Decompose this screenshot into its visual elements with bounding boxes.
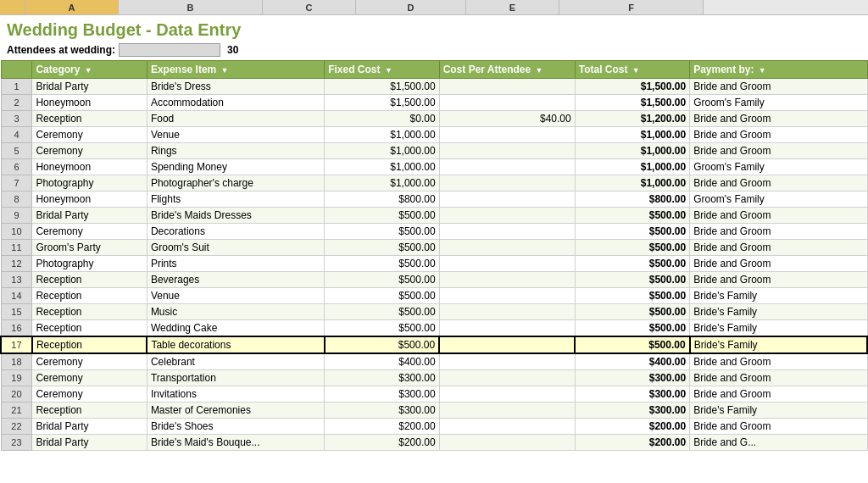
cell-expense[interactable]: Decorations: [147, 224, 324, 240]
cell-expense[interactable]: Invitations: [147, 386, 324, 402]
cell-per-attendee[interactable]: [439, 370, 575, 386]
cell-payment[interactable]: Bride and Groom: [690, 353, 867, 370]
cell-fixed[interactable]: $200.00: [325, 419, 439, 435]
cell-total[interactable]: $1,200.00: [575, 111, 689, 127]
cell-expense[interactable]: Groom's Suit: [147, 240, 324, 256]
cell-payment[interactable]: Bride and Groom: [690, 79, 867, 95]
cell-total[interactable]: $200.00: [575, 419, 689, 435]
table-row[interactable]: 15 Reception Music $500.00 $500.00 Bride…: [1, 304, 867, 320]
cell-expense[interactable]: Celebrant: [147, 353, 324, 370]
cell-fixed[interactable]: $500.00: [325, 256, 439, 272]
table-row[interactable]: 21 Reception Master of Ceremonies $300.0…: [1, 402, 867, 419]
cell-category[interactable]: Bridal Party: [32, 79, 147, 95]
cell-per-attendee[interactable]: [439, 224, 575, 240]
cell-total[interactable]: $1,000.00: [575, 159, 689, 175]
table-row[interactable]: 2 Honeymoon Accommodation $1,500.00 $1,5…: [1, 95, 867, 111]
table-row[interactable]: 18 Ceremony Celebrant $400.00 $400.00 Br…: [1, 353, 867, 370]
filter-icon-total[interactable]: ▼: [632, 66, 640, 75]
cell-category[interactable]: Reception: [32, 402, 147, 419]
cell-category[interactable]: Ceremony: [32, 370, 147, 386]
cell-category[interactable]: Groom's Party: [32, 240, 147, 256]
cell-per-attendee[interactable]: [439, 419, 575, 435]
cell-payment[interactable]: Bride's Family: [690, 402, 867, 419]
table-row[interactable]: 3 Reception Food $0.00 $40.00 $1,200.00 …: [1, 111, 867, 127]
cell-fixed[interactable]: $400.00: [325, 353, 439, 370]
cell-per-attendee[interactable]: [439, 127, 575, 143]
cell-expense[interactable]: Transportation: [147, 370, 324, 386]
cell-per-attendee[interactable]: [439, 402, 575, 419]
cell-payment[interactable]: Bride and Groom: [690, 111, 867, 127]
table-row[interactable]: 12 Photography Prints $500.00 $500.00 Br…: [1, 256, 867, 272]
cell-payment[interactable]: Bride's Family: [690, 320, 867, 337]
cell-total[interactable]: $300.00: [575, 370, 689, 386]
cell-fixed[interactable]: $500.00: [325, 336, 439, 353]
cell-per-attendee[interactable]: [439, 256, 575, 272]
cell-category[interactable]: Reception: [32, 336, 147, 353]
cell-payment[interactable]: Bride and G...: [690, 435, 867, 451]
cell-payment[interactable]: Bride's Family: [690, 304, 867, 320]
cell-per-attendee[interactable]: [439, 336, 575, 353]
cell-expense[interactable]: Table decorations: [147, 336, 324, 353]
cell-fixed[interactable]: $500.00: [325, 240, 439, 256]
cell-total[interactable]: $500.00: [575, 224, 689, 240]
cell-fixed[interactable]: $0.00: [325, 111, 439, 127]
cell-per-attendee[interactable]: [439, 175, 575, 192]
cell-per-attendee[interactable]: [439, 435, 575, 451]
cell-expense[interactable]: Bride's Maid's Bouque...: [147, 435, 324, 451]
cell-payment[interactable]: Bride and Groom: [690, 240, 867, 256]
col-header-category[interactable]: Category ▼: [32, 61, 147, 79]
cell-payment[interactable]: Bride and Groom: [690, 143, 867, 159]
cell-category[interactable]: Bridal Party: [32, 435, 147, 451]
cell-total[interactable]: $1,000.00: [575, 175, 689, 192]
cell-fixed[interactable]: $500.00: [325, 208, 439, 224]
cell-payment[interactable]: Bride's Family: [690, 288, 867, 304]
cell-fixed[interactable]: $500.00: [325, 304, 439, 320]
cell-payment[interactable]: Bride's Family: [690, 336, 867, 353]
cell-total[interactable]: $1,500.00: [575, 79, 689, 95]
cell-category[interactable]: Bridal Party: [32, 208, 147, 224]
table-row[interactable]: 16 Reception Wedding Cake $500.00 $500.0…: [1, 320, 867, 337]
cell-per-attendee[interactable]: [439, 304, 575, 320]
cell-total[interactable]: $500.00: [575, 304, 689, 320]
cell-expense[interactable]: Spending Money: [147, 159, 324, 175]
cell-total[interactable]: $300.00: [575, 386, 689, 402]
table-row[interactable]: 22 Bridal Party Bride's Shoes $200.00 $2…: [1, 419, 867, 435]
cell-payment[interactable]: Bride and Groom: [690, 419, 867, 435]
cell-per-attendee[interactable]: [439, 320, 575, 337]
col-header-fixed[interactable]: Fixed Cost ▼: [325, 61, 439, 79]
cell-payment[interactable]: Bride and Groom: [690, 386, 867, 402]
cell-per-attendee[interactable]: [439, 95, 575, 111]
cell-category[interactable]: Honeymoon: [32, 95, 147, 111]
table-row[interactable]: 7 Photography Photographer's charge $1,0…: [1, 175, 867, 192]
cell-category[interactable]: Reception: [32, 272, 147, 288]
cell-category[interactable]: Honeymoon: [32, 159, 147, 175]
cell-per-attendee[interactable]: [439, 192, 575, 208]
table-row[interactable]: 4 Ceremony Venue $1,000.00 $1,000.00 Bri…: [1, 127, 867, 143]
cell-expense[interactable]: Master of Ceremonies: [147, 402, 324, 419]
cell-expense[interactable]: Venue: [147, 127, 324, 143]
cell-payment[interactable]: Groom's Family: [690, 192, 867, 208]
cell-payment[interactable]: Bride and Groom: [690, 224, 867, 240]
cell-fixed[interactable]: $1,000.00: [325, 143, 439, 159]
cell-fixed[interactable]: $300.00: [325, 402, 439, 419]
cell-fixed[interactable]: $1,000.00: [325, 127, 439, 143]
cell-expense[interactable]: Rings: [147, 143, 324, 159]
cell-total[interactable]: $1,500.00: [575, 95, 689, 111]
cell-per-attendee[interactable]: [439, 353, 575, 370]
table-row[interactable]: 13 Reception Beverages $500.00 $500.00 B…: [1, 272, 867, 288]
cell-category[interactable]: Ceremony: [32, 386, 147, 402]
cell-expense[interactable]: Bride's Dress: [147, 79, 324, 95]
cell-total[interactable]: $500.00: [575, 208, 689, 224]
cell-total[interactable]: $500.00: [575, 272, 689, 288]
cell-total[interactable]: $500.00: [575, 240, 689, 256]
col-header-expense[interactable]: Expense Item ▼: [147, 61, 324, 79]
cell-fixed[interactable]: $300.00: [325, 386, 439, 402]
table-row[interactable]: 17 Reception Table decorations $500.00 $…: [1, 336, 867, 353]
cell-per-attendee[interactable]: [439, 386, 575, 402]
table-row[interactable]: 23 Bridal Party Bride's Maid's Bouque...…: [1, 435, 867, 451]
table-row[interactable]: 11 Groom's Party Groom's Suit $500.00 $5…: [1, 240, 867, 256]
cell-payment[interactable]: Bride and Groom: [690, 127, 867, 143]
cell-expense[interactable]: Wedding Cake: [147, 320, 324, 337]
table-row[interactable]: 5 Ceremony Rings $1,000.00 $1,000.00 Bri…: [1, 143, 867, 159]
cell-category[interactable]: Photography: [32, 256, 147, 272]
